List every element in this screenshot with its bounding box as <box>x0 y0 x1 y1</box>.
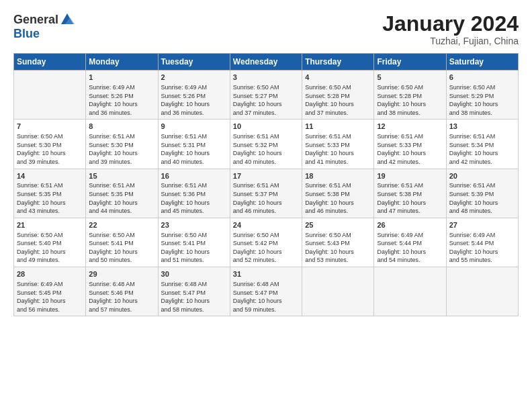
day-info: Sunrise: 6:50 AM Sunset: 5:40 PM Dayligh… <box>17 231 83 265</box>
day-info: Sunrise: 6:49 AM Sunset: 5:44 PM Dayligh… <box>449 231 515 265</box>
calendar-cell: 29Sunrise: 6:48 AM Sunset: 5:46 PM Dayli… <box>86 267 158 316</box>
calendar-cell: 7Sunrise: 6:50 AM Sunset: 5:30 PM Daylig… <box>14 120 86 169</box>
calendar-cell <box>14 71 86 120</box>
calendar-cell: 13Sunrise: 6:51 AM Sunset: 5:34 PM Dayli… <box>446 120 518 169</box>
week-row-3: 14Sunrise: 6:51 AM Sunset: 5:35 PM Dayli… <box>14 169 519 218</box>
day-number: 7 <box>17 122 83 132</box>
day-info: Sunrise: 6:49 AM Sunset: 5:44 PM Dayligh… <box>377 231 443 265</box>
subtitle: Tuzhai, Fujian, China <box>382 36 519 46</box>
day-number: 26 <box>377 220 443 230</box>
weekday-header-monday: Monday <box>86 54 158 71</box>
day-info: Sunrise: 6:51 AM Sunset: 5:39 PM Dayligh… <box>449 181 515 215</box>
day-number: 20 <box>449 171 515 181</box>
calendar-cell: 23Sunrise: 6:50 AM Sunset: 5:41 PM Dayli… <box>158 218 230 267</box>
day-number: 25 <box>305 220 371 230</box>
calendar-cell: 25Sunrise: 6:50 AM Sunset: 5:43 PM Dayli… <box>302 218 374 267</box>
day-info: Sunrise: 6:50 AM Sunset: 5:43 PM Dayligh… <box>305 231 371 265</box>
calendar-cell: 21Sunrise: 6:50 AM Sunset: 5:40 PM Dayli… <box>14 218 86 267</box>
weekday-header-sunday: Sunday <box>14 54 86 71</box>
day-number: 19 <box>377 171 443 181</box>
day-number: 28 <box>17 269 83 279</box>
day-number: 21 <box>17 220 83 230</box>
day-info: Sunrise: 6:51 AM Sunset: 5:33 PM Dayligh… <box>305 132 371 166</box>
day-number: 15 <box>89 171 154 181</box>
day-info: Sunrise: 6:51 AM Sunset: 5:38 PM Dayligh… <box>377 181 443 215</box>
calendar-cell: 24Sunrise: 6:50 AM Sunset: 5:42 PM Dayli… <box>230 218 302 267</box>
calendar-cell: 16Sunrise: 6:51 AM Sunset: 5:36 PM Dayli… <box>158 169 230 218</box>
calendar-cell: 2Sunrise: 6:49 AM Sunset: 5:26 PM Daylig… <box>158 71 230 120</box>
day-info: Sunrise: 6:49 AM Sunset: 5:26 PM Dayligh… <box>89 83 154 117</box>
day-number: 18 <box>305 171 371 181</box>
calendar-cell: 3Sunrise: 6:50 AM Sunset: 5:27 PM Daylig… <box>230 71 302 120</box>
day-number: 16 <box>161 171 227 181</box>
calendar-cell: 15Sunrise: 6:51 AM Sunset: 5:35 PM Dayli… <box>86 169 158 218</box>
calendar-cell: 10Sunrise: 6:51 AM Sunset: 5:32 PM Dayli… <box>230 120 302 169</box>
day-info: Sunrise: 6:50 AM Sunset: 5:41 PM Dayligh… <box>89 231 154 265</box>
calendar-cell: 30Sunrise: 6:48 AM Sunset: 5:47 PM Dayli… <box>158 267 230 316</box>
day-number: 23 <box>161 220 227 230</box>
day-info: Sunrise: 6:48 AM Sunset: 5:47 PM Dayligh… <box>233 280 299 314</box>
day-info: Sunrise: 6:51 AM Sunset: 5:31 PM Dayligh… <box>161 132 227 166</box>
day-info: Sunrise: 6:50 AM Sunset: 5:27 PM Dayligh… <box>233 83 299 117</box>
day-info: Sunrise: 6:49 AM Sunset: 5:26 PM Dayligh… <box>161 83 227 117</box>
day-number: 3 <box>233 73 299 83</box>
day-info: Sunrise: 6:51 AM Sunset: 5:33 PM Dayligh… <box>377 132 443 166</box>
day-number: 8 <box>89 122 154 132</box>
page: General Blue January 2024 Tuzhai, Fujian… <box>0 0 532 411</box>
day-info: Sunrise: 6:51 AM Sunset: 5:38 PM Dayligh… <box>305 181 371 215</box>
week-row-1: 1Sunrise: 6:49 AM Sunset: 5:26 PM Daylig… <box>14 71 519 120</box>
calendar-cell <box>302 267 374 316</box>
day-info: Sunrise: 6:49 AM Sunset: 5:45 PM Dayligh… <box>17 280 83 314</box>
logo-general-text: General <box>13 13 58 27</box>
day-number: 4 <box>305 73 371 83</box>
weekday-header-saturday: Saturday <box>446 54 518 71</box>
calendar-cell: 4Sunrise: 6:50 AM Sunset: 5:28 PM Daylig… <box>302 71 374 120</box>
day-number: 12 <box>377 122 443 132</box>
day-info: Sunrise: 6:50 AM Sunset: 5:29 PM Dayligh… <box>449 83 515 117</box>
day-number: 13 <box>449 122 515 132</box>
weekday-header-wednesday: Wednesday <box>230 54 302 71</box>
calendar-cell <box>374 267 446 316</box>
day-info: Sunrise: 6:51 AM Sunset: 5:36 PM Dayligh… <box>161 181 227 215</box>
day-number: 1 <box>89 73 154 83</box>
day-number: 2 <box>161 73 227 83</box>
weekday-header-tuesday: Tuesday <box>158 54 230 71</box>
calendar-cell: 5Sunrise: 6:50 AM Sunset: 5:28 PM Daylig… <box>374 71 446 120</box>
day-info: Sunrise: 6:48 AM Sunset: 5:47 PM Dayligh… <box>161 280 227 314</box>
calendar-cell: 6Sunrise: 6:50 AM Sunset: 5:29 PM Daylig… <box>446 71 518 120</box>
day-number: 11 <box>305 122 371 132</box>
day-number: 22 <box>89 220 154 230</box>
week-row-4: 21Sunrise: 6:50 AM Sunset: 5:40 PM Dayli… <box>14 218 519 267</box>
week-row-5: 28Sunrise: 6:49 AM Sunset: 5:45 PM Dayli… <box>14 267 519 316</box>
day-info: Sunrise: 6:50 AM Sunset: 5:28 PM Dayligh… <box>377 83 443 117</box>
day-info: Sunrise: 6:50 AM Sunset: 5:41 PM Dayligh… <box>161 231 227 265</box>
calendar-cell: 11Sunrise: 6:51 AM Sunset: 5:33 PM Dayli… <box>302 120 374 169</box>
calendar-cell: 18Sunrise: 6:51 AM Sunset: 5:38 PM Dayli… <box>302 169 374 218</box>
day-number: 14 <box>17 171 83 181</box>
header: General Blue January 2024 Tuzhai, Fujian… <box>13 12 519 46</box>
calendar-cell: 31Sunrise: 6:48 AM Sunset: 5:47 PM Dayli… <box>230 267 302 316</box>
calendar-cell: 8Sunrise: 6:51 AM Sunset: 5:30 PM Daylig… <box>86 120 158 169</box>
day-info: Sunrise: 6:50 AM Sunset: 5:30 PM Dayligh… <box>17 132 83 166</box>
calendar-table: SundayMondayTuesdayWednesdayThursdayFrid… <box>13 53 519 316</box>
calendar-cell: 22Sunrise: 6:50 AM Sunset: 5:41 PM Dayli… <box>86 218 158 267</box>
day-number: 29 <box>89 269 154 279</box>
day-info: Sunrise: 6:50 AM Sunset: 5:42 PM Dayligh… <box>233 231 299 265</box>
day-info: Sunrise: 6:51 AM Sunset: 5:35 PM Dayligh… <box>89 181 154 215</box>
day-info: Sunrise: 6:51 AM Sunset: 5:37 PM Dayligh… <box>233 181 299 215</box>
weekday-header-row: SundayMondayTuesdayWednesdayThursdayFrid… <box>14 54 519 71</box>
weekday-header-friday: Friday <box>374 54 446 71</box>
logo-blue-text: Blue <box>13 27 40 41</box>
calendar-cell: 27Sunrise: 6:49 AM Sunset: 5:44 PM Dayli… <box>446 218 518 267</box>
calendar-cell: 28Sunrise: 6:49 AM Sunset: 5:45 PM Dayli… <box>14 267 86 316</box>
day-number: 10 <box>233 122 299 132</box>
week-row-2: 7Sunrise: 6:50 AM Sunset: 5:30 PM Daylig… <box>14 120 519 169</box>
calendar-cell: 9Sunrise: 6:51 AM Sunset: 5:31 PM Daylig… <box>158 120 230 169</box>
weekday-header-thursday: Thursday <box>302 54 374 71</box>
calendar-cell: 20Sunrise: 6:51 AM Sunset: 5:39 PM Dayli… <box>446 169 518 218</box>
calendar-cell: 17Sunrise: 6:51 AM Sunset: 5:37 PM Dayli… <box>230 169 302 218</box>
day-info: Sunrise: 6:51 AM Sunset: 5:35 PM Dayligh… <box>17 181 83 215</box>
day-number: 31 <box>233 269 299 279</box>
calendar-cell: 1Sunrise: 6:49 AM Sunset: 5:26 PM Daylig… <box>86 71 158 120</box>
logo: General Blue <box>13 12 75 41</box>
